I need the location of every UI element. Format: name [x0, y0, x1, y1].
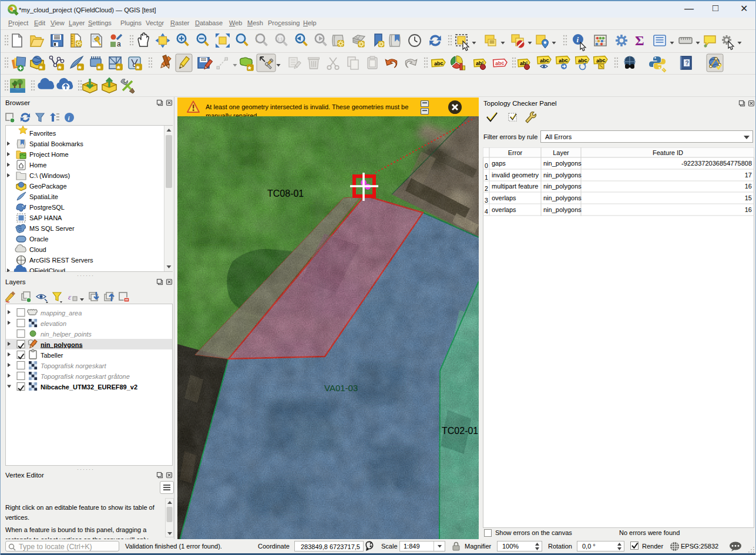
- svg-text:0: 0: [485, 162, 488, 169]
- svg-text:nin_polygons: nin_polygons: [543, 171, 582, 179]
- svg-text:15: 15: [745, 194, 752, 201]
- svg-text:abc: abc: [495, 60, 505, 66]
- svg-text:nin_polygons: nin_polygons: [543, 206, 582, 213]
- svg-text:gaps: gaps: [492, 160, 506, 167]
- svg-text:Nibcache_UTM32_EUREF89_v2: Nibcache_UTM32_EUREF89_v2: [41, 384, 137, 391]
- svg-text:17: 17: [745, 171, 752, 179]
- svg-text:TC02-01: TC02-01: [442, 426, 478, 436]
- svg-text:PostgreSQL: PostgreSQL: [29, 204, 65, 211]
- svg-text:3: 3: [485, 197, 488, 204]
- svg-text:nin_polygons: nin_polygons: [543, 183, 582, 190]
- svg-text:TC08-01: TC08-01: [267, 189, 304, 199]
- svg-text:MS SQL Server: MS SQL Server: [29, 225, 75, 232]
- svg-text:Feature ID: Feature ID: [653, 149, 683, 156]
- svg-text:Home: Home: [29, 162, 46, 169]
- svg-text:ε: ε: [68, 292, 72, 301]
- svg-text:Favorites: Favorites: [29, 130, 56, 137]
- svg-text:Topografisk norgeskart gråtone: Topografisk norgeskart gråtone: [41, 373, 130, 380]
- svg-text:a: a: [117, 40, 121, 48]
- svg-text:16: 16: [745, 206, 752, 213]
- svg-text:4: 4: [485, 208, 488, 215]
- svg-text:Layer: Layer: [553, 149, 569, 156]
- svg-text:SpatiaLite: SpatiaLite: [29, 193, 58, 200]
- svg-text:-9223372036854775808: -9223372036854775808: [681, 160, 752, 167]
- svg-text:elevation: elevation: [41, 320, 66, 327]
- svg-text:2: 2: [485, 185, 488, 192]
- svg-text:nin_polygons: nin_polygons: [41, 341, 83, 348]
- svg-text:nin_helper_points: nin_helper_points: [41, 331, 92, 338]
- svg-text:overlaps: overlaps: [492, 206, 516, 213]
- svg-text:Tabeller: Tabeller: [41, 352, 63, 359]
- svg-text:16: 16: [745, 183, 752, 190]
- svg-text:VA01-03: VA01-03: [324, 383, 358, 393]
- svg-text:1: 1: [485, 174, 488, 181]
- svg-text:C:\ (Windows): C:\ (Windows): [29, 172, 70, 179]
- svg-text:Spatial Bookmarks: Spatial Bookmarks: [29, 140, 83, 147]
- svg-text:Project Home: Project Home: [29, 151, 69, 158]
- svg-text:1:1: 1:1: [277, 37, 283, 41]
- svg-text:ArcGIS REST Servers: ArcGIS REST Servers: [29, 257, 93, 264]
- svg-text:GeoPackage: GeoPackage: [29, 183, 67, 190]
- svg-text:Cloud: Cloud: [29, 246, 46, 253]
- svg-text:nin_polygons: nin_polygons: [543, 194, 582, 201]
- svg-text:invalid geometry: invalid geometry: [492, 171, 539, 179]
- svg-text:Σ: Σ: [635, 33, 644, 48]
- svg-text:mapping_area: mapping_area: [41, 310, 82, 317]
- svg-text:Topografisk norgeskart: Topografisk norgeskart: [41, 362, 106, 369]
- svg-text:QFieldCloud: QFieldCloud: [29, 267, 65, 272]
- svg-text:Oracle: Oracle: [29, 236, 48, 243]
- svg-text:nin_polygons: nin_polygons: [543, 160, 582, 167]
- svg-text:SAP HANA: SAP HANA: [29, 214, 62, 221]
- svg-text:Error: Error: [508, 149, 523, 156]
- svg-text:?: ?: [686, 60, 689, 66]
- svg-text:i: i: [577, 35, 579, 44]
- svg-text:overlaps: overlaps: [492, 194, 516, 201]
- svg-text:multipart feature: multipart feature: [492, 183, 538, 190]
